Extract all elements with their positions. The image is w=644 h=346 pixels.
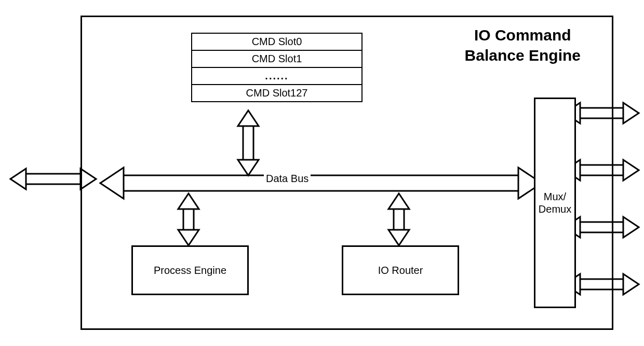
svg-marker-22 bbox=[100, 168, 124, 199]
cmd-slot-1: CMD Slot1 bbox=[191, 50, 363, 68]
process-engine-label: Process Engine bbox=[154, 265, 226, 276]
svg-marker-7 bbox=[623, 103, 639, 123]
data-bus-arrow bbox=[100, 168, 542, 199]
svg-marker-30 bbox=[178, 193, 199, 209]
svg-marker-26 bbox=[238, 110, 259, 126]
cmd-slot-ellipsis: ...... bbox=[191, 67, 363, 85]
io-router-label: IO Router bbox=[378, 265, 423, 276]
data-bus-label: Data Bus bbox=[264, 173, 311, 185]
io-router-box: IO Router bbox=[342, 245, 459, 295]
arrow-io-router-to-bus bbox=[388, 193, 409, 245]
cmd-slot-0: CMD Slot0 bbox=[191, 33, 363, 51]
svg-marker-27 bbox=[238, 160, 259, 175]
balance-engine-container: IO Command Balance Engine CMD Slot0 CMD … bbox=[81, 16, 613, 330]
process-engine-box: Process Engine bbox=[131, 245, 249, 295]
svg-marker-34 bbox=[388, 193, 409, 209]
arrow-slots-to-bus bbox=[238, 110, 259, 175]
diagram-title: IO Command Balance Engine bbox=[465, 25, 581, 65]
title-line1: IO Command bbox=[474, 26, 571, 44]
title-line2: Balance Engine bbox=[465, 47, 581, 64]
arrow-process-engine-to-bus bbox=[178, 193, 199, 245]
svg-marker-11 bbox=[623, 160, 639, 181]
svg-marker-15 bbox=[623, 217, 639, 238]
svg-marker-31 bbox=[178, 230, 199, 245]
mux-label-1: Mux/ bbox=[544, 190, 566, 203]
cmd-slot-127: CMD Slot127 bbox=[191, 84, 363, 102]
svg-marker-2 bbox=[10, 169, 26, 189]
cmd-slot-stack: CMD Slot0 CMD Slot1 ...... CMD Slot127 bbox=[191, 33, 363, 101]
mux-demux-box: Mux/ Demux bbox=[534, 98, 576, 308]
svg-marker-35 bbox=[388, 230, 409, 245]
svg-marker-19 bbox=[623, 274, 639, 295]
mux-label-2: Demux bbox=[539, 203, 571, 215]
